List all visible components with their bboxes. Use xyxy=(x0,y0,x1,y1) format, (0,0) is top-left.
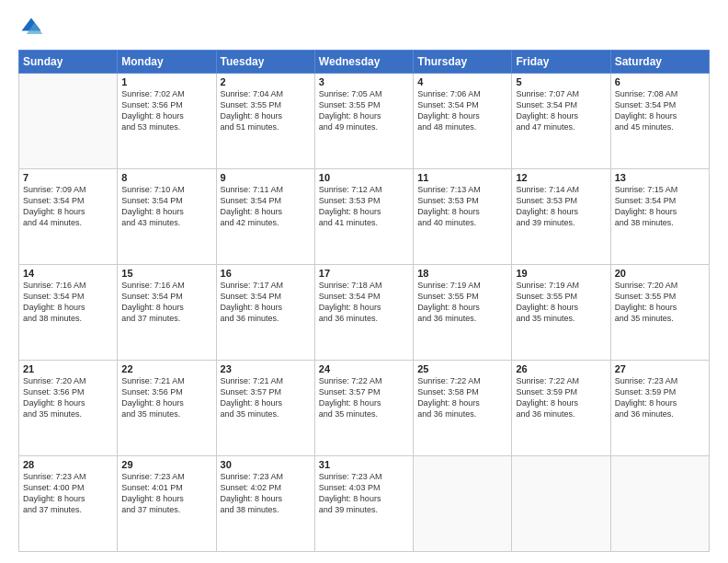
day-number: 22 xyxy=(121,363,211,374)
day-number: 31 xyxy=(319,459,409,470)
day-number: 26 xyxy=(516,363,606,374)
calendar-cell: 31Sunrise: 7:23 AMSunset: 4:03 PMDayligh… xyxy=(314,456,413,552)
calendar-cell: 20Sunrise: 7:20 AMSunset: 3:55 PMDayligh… xyxy=(610,265,709,361)
calendar-cell: 8Sunrise: 7:10 AMSunset: 3:54 PMDaylight… xyxy=(118,169,216,265)
calendar-cell: 26Sunrise: 7:22 AMSunset: 3:59 PMDayligh… xyxy=(512,361,610,456)
calendar-cell: 29Sunrise: 7:23 AMSunset: 4:01 PMDayligh… xyxy=(118,456,216,552)
calendar-cell: 17Sunrise: 7:18 AMSunset: 3:54 PMDayligh… xyxy=(314,265,413,361)
weekday-header-row: SundayMondayTuesdayWednesdayThursdayFrid… xyxy=(19,51,710,74)
calendar-cell: 25Sunrise: 7:22 AMSunset: 3:58 PMDayligh… xyxy=(414,361,512,456)
day-info: Sunrise: 7:02 AMSunset: 3:56 PMDaylight:… xyxy=(121,88,211,133)
day-number: 15 xyxy=(121,268,211,279)
calendar-cell: 7Sunrise: 7:09 AMSunset: 3:54 PMDaylight… xyxy=(19,169,118,265)
day-number: 11 xyxy=(417,172,507,183)
day-info: Sunrise: 7:23 AMSunset: 4:01 PMDaylight:… xyxy=(121,471,211,516)
calendar-cell: 6Sunrise: 7:08 AMSunset: 3:54 PMDaylight… xyxy=(610,74,709,169)
calendar-cell: 13Sunrise: 7:15 AMSunset: 3:54 PMDayligh… xyxy=(610,169,709,265)
day-number: 24 xyxy=(319,363,409,374)
day-info: Sunrise: 7:18 AMSunset: 3:54 PMDaylight:… xyxy=(319,280,409,325)
calendar-week-3: 14Sunrise: 7:16 AMSunset: 3:54 PMDayligh… xyxy=(19,265,710,361)
calendar-cell xyxy=(610,456,709,552)
calendar-cell: 9Sunrise: 7:11 AMSunset: 3:54 PMDaylight… xyxy=(216,169,314,265)
weekday-sunday: Sunday xyxy=(19,51,118,74)
calendar-cell: 16Sunrise: 7:17 AMSunset: 3:54 PMDayligh… xyxy=(216,265,314,361)
day-number: 9 xyxy=(221,172,311,183)
weekday-monday: Monday xyxy=(118,51,216,74)
day-number: 7 xyxy=(23,172,113,183)
day-info: Sunrise: 7:11 AMSunset: 3:54 PMDaylight:… xyxy=(221,184,311,229)
calendar-cell: 18Sunrise: 7:19 AMSunset: 3:55 PMDayligh… xyxy=(414,265,512,361)
calendar-cell: 30Sunrise: 7:23 AMSunset: 4:02 PMDayligh… xyxy=(216,456,314,552)
weekday-friday: Friday xyxy=(512,51,610,74)
day-info: Sunrise: 7:17 AMSunset: 3:54 PMDaylight:… xyxy=(221,280,311,325)
calendar-cell: 14Sunrise: 7:16 AMSunset: 3:54 PMDayligh… xyxy=(19,265,118,361)
day-info: Sunrise: 7:23 AMSunset: 4:02 PMDaylight:… xyxy=(221,471,311,516)
calendar-week-4: 21Sunrise: 7:20 AMSunset: 3:56 PMDayligh… xyxy=(19,361,710,456)
weekday-thursday: Thursday xyxy=(414,51,512,74)
calendar-cell: 24Sunrise: 7:22 AMSunset: 3:57 PMDayligh… xyxy=(314,361,413,456)
day-info: Sunrise: 7:23 AMSunset: 3:59 PMDaylight:… xyxy=(615,375,705,420)
day-number: 27 xyxy=(615,363,705,374)
page: SundayMondayTuesdayWednesdayThursdayFrid… xyxy=(0,0,728,563)
day-info: Sunrise: 7:10 AMSunset: 3:54 PMDaylight:… xyxy=(121,184,211,229)
day-info: Sunrise: 7:22 AMSunset: 3:59 PMDaylight:… xyxy=(516,375,606,420)
day-info: Sunrise: 7:04 AMSunset: 3:55 PMDaylight:… xyxy=(221,88,311,133)
calendar-cell: 23Sunrise: 7:21 AMSunset: 3:57 PMDayligh… xyxy=(216,361,314,456)
day-info: Sunrise: 7:23 AMSunset: 4:00 PMDaylight:… xyxy=(23,471,113,516)
day-info: Sunrise: 7:19 AMSunset: 3:55 PMDaylight:… xyxy=(516,280,606,325)
calendar-cell: 1Sunrise: 7:02 AMSunset: 3:56 PMDaylight… xyxy=(118,74,216,169)
logo-icon xyxy=(18,15,44,40)
calendar-cell xyxy=(512,456,610,552)
calendar-cell: 4Sunrise: 7:06 AMSunset: 3:54 PMDaylight… xyxy=(414,74,512,169)
calendar-cell: 11Sunrise: 7:13 AMSunset: 3:53 PMDayligh… xyxy=(414,169,512,265)
day-info: Sunrise: 7:19 AMSunset: 3:55 PMDaylight:… xyxy=(417,280,507,325)
day-number: 29 xyxy=(121,459,211,470)
day-number: 20 xyxy=(615,268,705,279)
day-info: Sunrise: 7:14 AMSunset: 3:53 PMDaylight:… xyxy=(516,184,606,229)
day-number: 5 xyxy=(516,76,606,87)
day-info: Sunrise: 7:22 AMSunset: 3:57 PMDaylight:… xyxy=(319,375,409,420)
weekday-tuesday: Tuesday xyxy=(216,51,314,74)
day-number: 1 xyxy=(121,76,211,87)
day-number: 2 xyxy=(221,76,311,87)
calendar-week-1: 1Sunrise: 7:02 AMSunset: 3:56 PMDaylight… xyxy=(19,74,710,169)
day-number: 30 xyxy=(221,459,311,470)
calendar-cell: 19Sunrise: 7:19 AMSunset: 3:55 PMDayligh… xyxy=(512,265,610,361)
day-info: Sunrise: 7:08 AMSunset: 3:54 PMDaylight:… xyxy=(615,88,705,133)
calendar-table: SundayMondayTuesdayWednesdayThursdayFrid… xyxy=(18,50,710,552)
day-info: Sunrise: 7:06 AMSunset: 3:54 PMDaylight:… xyxy=(417,88,507,133)
day-info: Sunrise: 7:13 AMSunset: 3:53 PMDaylight:… xyxy=(417,184,507,229)
day-number: 13 xyxy=(615,172,705,183)
day-info: Sunrise: 7:09 AMSunset: 3:54 PMDaylight:… xyxy=(23,184,113,229)
day-number: 18 xyxy=(417,268,507,279)
day-number: 17 xyxy=(319,268,409,279)
day-number: 25 xyxy=(417,363,507,374)
calendar-cell: 5Sunrise: 7:07 AMSunset: 3:54 PMDaylight… xyxy=(512,74,610,169)
calendar-week-2: 7Sunrise: 7:09 AMSunset: 3:54 PMDaylight… xyxy=(19,169,710,265)
calendar-cell: 12Sunrise: 7:14 AMSunset: 3:53 PMDayligh… xyxy=(512,169,610,265)
calendar-cell: 3Sunrise: 7:05 AMSunset: 3:55 PMDaylight… xyxy=(314,74,413,169)
day-number: 21 xyxy=(23,363,113,374)
day-number: 6 xyxy=(615,76,705,87)
day-info: Sunrise: 7:15 AMSunset: 3:54 PMDaylight:… xyxy=(615,184,705,229)
day-info: Sunrise: 7:16 AMSunset: 3:54 PMDaylight:… xyxy=(23,280,113,325)
day-number: 4 xyxy=(417,76,507,87)
weekday-saturday: Saturday xyxy=(610,51,709,74)
day-number: 23 xyxy=(221,363,311,374)
header xyxy=(18,15,710,40)
calendar-cell: 22Sunrise: 7:21 AMSunset: 3:56 PMDayligh… xyxy=(118,361,216,456)
day-info: Sunrise: 7:21 AMSunset: 3:56 PMDaylight:… xyxy=(121,375,211,420)
day-info: Sunrise: 7:22 AMSunset: 3:58 PMDaylight:… xyxy=(417,375,507,420)
day-number: 14 xyxy=(23,268,113,279)
logo xyxy=(18,15,48,40)
calendar-cell xyxy=(19,74,118,169)
calendar-cell: 10Sunrise: 7:12 AMSunset: 3:53 PMDayligh… xyxy=(314,169,413,265)
day-number: 16 xyxy=(221,268,311,279)
day-number: 28 xyxy=(23,459,113,470)
day-info: Sunrise: 7:05 AMSunset: 3:55 PMDaylight:… xyxy=(319,88,409,133)
day-number: 10 xyxy=(319,172,409,183)
calendar-cell: 28Sunrise: 7:23 AMSunset: 4:00 PMDayligh… xyxy=(19,456,118,552)
calendar-cell: 27Sunrise: 7:23 AMSunset: 3:59 PMDayligh… xyxy=(610,361,709,456)
day-info: Sunrise: 7:07 AMSunset: 3:54 PMDaylight:… xyxy=(516,88,606,133)
day-info: Sunrise: 7:21 AMSunset: 3:57 PMDaylight:… xyxy=(221,375,311,420)
